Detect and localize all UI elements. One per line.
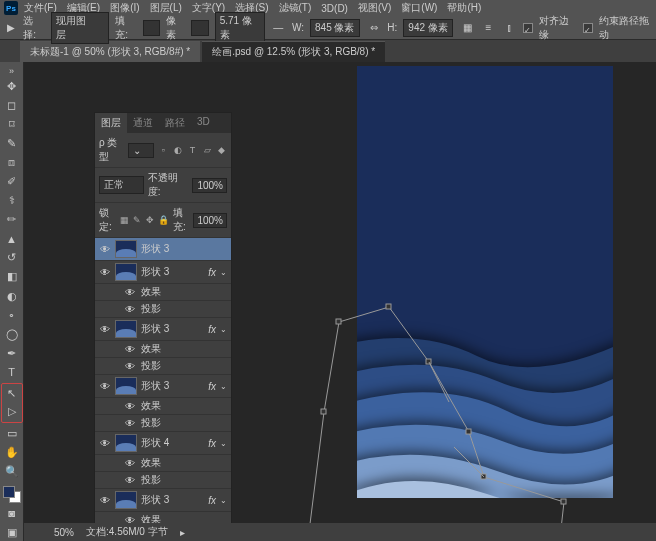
eyedropper-tool[interactable]: ✐ (3, 173, 21, 190)
fx-badge[interactable]: fx (208, 495, 216, 506)
healing-tool[interactable]: ⚕ (3, 192, 21, 209)
eye-icon[interactable]: 👁 (99, 267, 111, 278)
blur-tool[interactable]: ∘ (3, 307, 21, 324)
eye-icon[interactable]: 👁 (125, 475, 135, 486)
layer-effect-item[interactable]: 👁投影 (95, 415, 231, 432)
eye-icon[interactable]: 👁 (125, 401, 135, 412)
fx-badge[interactable]: fx (208, 381, 216, 392)
eye-icon[interactable]: 👁 (99, 324, 111, 335)
layer-effect[interactable]: 👁效果 (95, 455, 231, 472)
chevron-right-icon[interactable]: ▸ (180, 527, 185, 538)
pen-tool[interactable]: ✒ (3, 345, 21, 362)
chevron-down-icon[interactable]: ⌄ (220, 325, 227, 334)
toolbar-toggle-icon[interactable]: » (3, 66, 21, 76)
fx-badge[interactable]: fx (208, 324, 216, 335)
layer-item[interactable]: 👁形状 3fx⌄ (95, 375, 231, 398)
screen-mode-tool[interactable]: ▣ (3, 524, 21, 541)
lock-paint-icon[interactable]: ✎ (133, 214, 142, 226)
fill-input[interactable]: 100% (193, 213, 227, 228)
fill-swatch-icon[interactable] (143, 20, 160, 36)
fg-color-swatch[interactable] (3, 486, 15, 498)
layer-thumb[interactable] (115, 320, 137, 338)
layer-name[interactable]: 形状 4 (141, 436, 204, 450)
layer-name[interactable]: 形状 3 (141, 379, 204, 393)
eye-icon[interactable]: 👁 (125, 304, 135, 315)
layer-effect-item[interactable]: 👁投影 (95, 472, 231, 489)
tab-3d[interactable]: 3D (191, 113, 216, 133)
layer-thumb[interactable] (115, 491, 137, 509)
eye-icon[interactable]: 👁 (125, 418, 135, 429)
opacity-input[interactable]: 100% (192, 178, 227, 193)
filter-shape-icon[interactable]: ▱ (202, 144, 213, 156)
layer-thumb[interactable] (115, 240, 137, 258)
layer-name[interactable]: 形状 3 (141, 265, 204, 279)
layer-item[interactable]: 👁形状 3fx⌄ (95, 261, 231, 284)
eye-icon[interactable]: 👁 (99, 438, 111, 449)
chevron-down-icon[interactable]: ⌄ (220, 496, 227, 505)
layer-name[interactable]: 形状 3 (141, 322, 204, 336)
direct-select-tool[interactable]: ▷ (3, 403, 21, 421)
layer-item[interactable]: 👁形状 3 (95, 238, 231, 261)
stroke-style-icon[interactable]: — (271, 20, 286, 36)
doc-info[interactable]: 文档:4.56M/0 字节 (86, 525, 168, 539)
kind-select[interactable]: ⌄ (128, 143, 154, 158)
layer-effect-item[interactable]: 👁投影 (95, 301, 231, 318)
tab-doc2[interactable]: 绘画.psd @ 12.5% (形状 3, RGB/8) * (202, 41, 385, 62)
shape-tool[interactable]: ▭ (3, 425, 21, 442)
tab-doc1[interactable]: 未标题-1 @ 50% (形状 3, RGB/8#) * (20, 41, 200, 62)
layer-item[interactable]: 👁形状 3fx⌄ (95, 318, 231, 341)
path-select-tool[interactable]: ↖ (3, 385, 21, 403)
layer-thumb[interactable] (115, 434, 137, 452)
align-edges-checkbox[interactable] (523, 23, 533, 33)
history-brush-tool[interactable]: ↺ (3, 249, 21, 266)
h-input[interactable]: 942 像素 (403, 19, 453, 37)
chevron-down-icon[interactable]: ⌄ (220, 439, 227, 448)
select-dropdown[interactable]: 现用图层 (51, 12, 109, 44)
move-tool[interactable]: ✥ (3, 78, 21, 95)
lock-pos-icon[interactable]: ✥ (145, 214, 154, 226)
chevron-down-icon[interactable]: ⌄ (220, 268, 227, 277)
eye-icon[interactable]: 👁 (99, 381, 111, 392)
layer-effect[interactable]: 👁效果 (95, 284, 231, 301)
path-ops-icon[interactable]: ▦ (459, 20, 474, 36)
hand-tool[interactable]: ✋ (3, 444, 21, 461)
tab-channels[interactable]: 通道 (127, 113, 159, 133)
fx-badge[interactable]: fx (208, 267, 216, 278)
marquee-tool[interactable]: ◻ (3, 97, 21, 114)
menu-window[interactable]: 窗口(W) (397, 0, 441, 16)
layer-thumb[interactable] (115, 263, 137, 281)
stamp-tool[interactable]: ▲ (3, 230, 21, 247)
menu-view[interactable]: 视图(V) (354, 0, 395, 16)
fx-badge[interactable]: fx (208, 438, 216, 449)
eye-icon[interactable]: 👁 (99, 495, 111, 506)
layer-item[interactable]: 👁形状 4fx⌄ (95, 432, 231, 455)
filter-type-icon[interactable]: T (187, 144, 198, 156)
layer-effect[interactable]: 👁效果 (95, 398, 231, 415)
layer-effect-item[interactable]: 👁投影 (95, 358, 231, 375)
lasso-tool[interactable]: ⌑ (3, 116, 21, 133)
eye-icon[interactable]: 👁 (99, 244, 111, 255)
canvas[interactable] (357, 66, 613, 498)
crop-tool[interactable]: ⧈ (3, 154, 21, 171)
filter-img-icon[interactable]: ▫ (158, 144, 169, 156)
filter-adj-icon[interactable]: ◐ (173, 144, 184, 156)
zoom-level[interactable]: 50% (54, 527, 74, 538)
tab-layers[interactable]: 图层 (95, 113, 127, 133)
color-swatches[interactable] (3, 486, 21, 503)
menu-filter[interactable]: 滤镜(T) (275, 0, 316, 16)
layer-thumb[interactable] (115, 377, 137, 395)
layer-name[interactable]: 形状 3 (141, 242, 227, 256)
eye-icon[interactable]: 👁 (125, 287, 135, 298)
chevron-down-icon[interactable]: ⌄ (220, 382, 227, 391)
lock-trans-icon[interactable]: ▦ (120, 214, 129, 226)
layer-effect[interactable]: 👁效果 (95, 341, 231, 358)
eye-icon[interactable]: 👁 (125, 361, 135, 372)
type-tool[interactable]: T (3, 364, 21, 381)
gradient-tool[interactable]: ◐ (3, 288, 21, 305)
zoom-tool[interactable]: 🔍 (3, 463, 21, 480)
arrange-icon[interactable]: ⫿ (502, 20, 517, 36)
tab-paths[interactable]: 路径 (159, 113, 191, 133)
dodge-tool[interactable]: ◯ (3, 326, 21, 343)
eye-icon[interactable]: 👁 (125, 344, 135, 355)
layer-item[interactable]: 👁形状 3fx⌄ (95, 489, 231, 512)
